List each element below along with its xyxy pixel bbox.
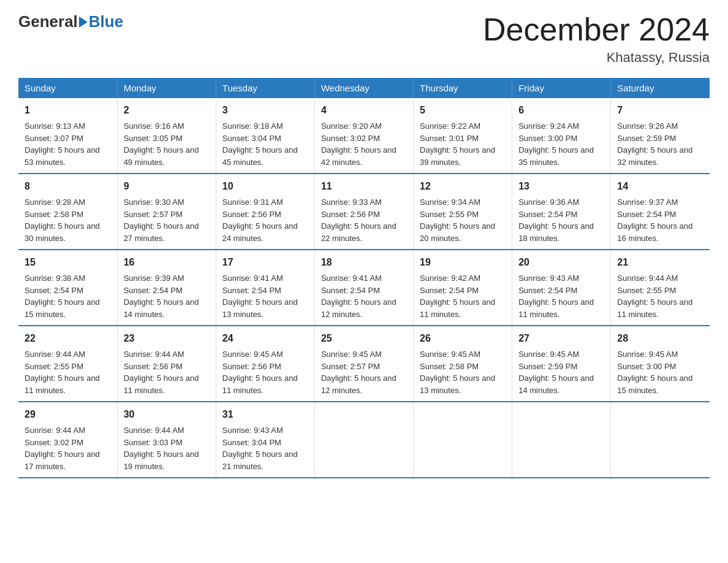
- day-number: 21: [617, 255, 703, 270]
- calendar-day-cell: 18Sunrise: 9:41 AMSunset: 2:54 PMDayligh…: [314, 250, 413, 326]
- calendar-day-cell: 24Sunrise: 9:45 AMSunset: 2:56 PMDayligh…: [216, 326, 314, 402]
- day-number: 29: [25, 407, 111, 422]
- day-number: 7: [617, 103, 703, 118]
- calendar-week-row: 15Sunrise: 9:38 AMSunset: 2:54 PMDayligh…: [18, 250, 710, 326]
- day-number: 15: [25, 255, 111, 270]
- calendar-day-cell: 12Sunrise: 9:34 AMSunset: 2:55 PMDayligh…: [414, 174, 512, 250]
- day-info: Sunrise: 9:38 AMSunset: 2:54 PMDaylight:…: [25, 274, 100, 319]
- calendar-day-cell: 29Sunrise: 9:44 AMSunset: 3:02 PMDayligh…: [18, 402, 117, 478]
- calendar-day-cell: 15Sunrise: 9:38 AMSunset: 2:54 PMDayligh…: [18, 250, 117, 326]
- day-number: 31: [222, 407, 308, 422]
- calendar-day-cell: 31Sunrise: 9:43 AMSunset: 3:04 PMDayligh…: [216, 402, 314, 478]
- header-friday: Friday: [512, 78, 611, 98]
- header-wednesday: Wednesday: [314, 78, 413, 98]
- calendar-day-cell: 25Sunrise: 9:45 AMSunset: 2:57 PMDayligh…: [314, 326, 413, 402]
- calendar-day-cell: 20Sunrise: 9:43 AMSunset: 2:54 PMDayligh…: [512, 250, 611, 326]
- day-info: Sunrise: 9:45 AMSunset: 2:58 PMDaylight:…: [420, 350, 495, 395]
- calendar-day-cell: 26Sunrise: 9:45 AMSunset: 2:58 PMDayligh…: [414, 326, 512, 402]
- calendar-day-cell: 16Sunrise: 9:39 AMSunset: 2:54 PMDayligh…: [117, 250, 216, 326]
- day-info: Sunrise: 9:24 AMSunset: 3:00 PMDaylight:…: [518, 121, 594, 167]
- day-info: Sunrise: 9:13 AMSunset: 3:07 PMDaylight:…: [25, 121, 100, 167]
- calendar-day-cell: 19Sunrise: 9:42 AMSunset: 2:54 PMDayligh…: [414, 250, 512, 326]
- day-number: 13: [518, 179, 604, 194]
- day-info: Sunrise: 9:41 AMSunset: 2:54 PMDaylight:…: [321, 274, 396, 319]
- day-info: Sunrise: 9:44 AMSunset: 2:56 PMDaylight:…: [124, 350, 199, 395]
- day-info: Sunrise: 9:26 AMSunset: 2:59 PMDaylight:…: [617, 121, 692, 167]
- day-number: 14: [617, 179, 703, 194]
- logo-blue-part: Blue: [78, 12, 123, 31]
- calendar-subtitle: Khatassy, Russia: [483, 50, 710, 66]
- day-number: 10: [222, 179, 308, 194]
- day-info: Sunrise: 9:44 AMSunset: 2:55 PMDaylight:…: [617, 274, 692, 319]
- calendar-day-cell: [414, 402, 512, 478]
- day-info: Sunrise: 9:44 AMSunset: 3:02 PMDaylight:…: [25, 426, 100, 471]
- day-number: 6: [518, 103, 604, 118]
- logo-blue-text: Blue: [89, 12, 123, 31]
- header-tuesday: Tuesday: [216, 78, 314, 98]
- day-info: Sunrise: 9:28 AMSunset: 2:58 PMDaylight:…: [25, 197, 100, 243]
- day-number: 18: [321, 255, 407, 270]
- header-sunday: Sunday: [18, 78, 117, 98]
- day-number: 16: [124, 255, 210, 270]
- calendar-day-cell: 22Sunrise: 9:44 AMSunset: 2:55 PMDayligh…: [18, 326, 117, 402]
- day-info: Sunrise: 9:45 AMSunset: 2:57 PMDaylight:…: [321, 350, 396, 395]
- title-area: December 2024 Khatassy, Russia: [483, 12, 710, 66]
- header-saturday: Saturday: [611, 78, 710, 98]
- calendar-week-row: 22Sunrise: 9:44 AMSunset: 2:55 PMDayligh…: [18, 326, 710, 402]
- logo-general-text: General: [18, 12, 78, 31]
- day-number: 11: [321, 179, 407, 194]
- day-info: Sunrise: 9:39 AMSunset: 2:54 PMDaylight:…: [124, 274, 199, 319]
- day-info: Sunrise: 9:43 AMSunset: 2:54 PMDaylight:…: [518, 274, 594, 319]
- day-info: Sunrise: 9:16 AMSunset: 3:05 PMDaylight:…: [124, 121, 199, 167]
- day-number: 19: [420, 255, 506, 270]
- calendar-day-cell: 8Sunrise: 9:28 AMSunset: 2:58 PMDaylight…: [18, 174, 117, 250]
- day-number: 25: [321, 331, 407, 346]
- day-number: 26: [420, 331, 506, 346]
- day-number: 22: [25, 331, 111, 346]
- header-thursday: Thursday: [414, 78, 512, 98]
- day-info: Sunrise: 9:30 AMSunset: 2:57 PMDaylight:…: [124, 197, 199, 243]
- day-number: 23: [124, 331, 210, 346]
- calendar-day-cell: [611, 402, 710, 478]
- day-info: Sunrise: 9:44 AMSunset: 2:55 PMDaylight:…: [25, 350, 100, 395]
- day-info: Sunrise: 9:33 AMSunset: 2:56 PMDaylight:…: [321, 197, 396, 243]
- day-info: Sunrise: 9:22 AMSunset: 3:01 PMDaylight:…: [420, 121, 495, 167]
- calendar-day-cell: 17Sunrise: 9:41 AMSunset: 2:54 PMDayligh…: [216, 250, 314, 326]
- day-info: Sunrise: 9:18 AMSunset: 3:04 PMDaylight:…: [222, 121, 298, 167]
- calendar-day-cell: 21Sunrise: 9:44 AMSunset: 2:55 PMDayligh…: [611, 250, 710, 326]
- calendar-day-cell: 4Sunrise: 9:20 AMSunset: 3:02 PMDaylight…: [314, 98, 413, 174]
- day-number: 2: [124, 103, 210, 118]
- calendar-day-cell: [314, 402, 413, 478]
- day-number: 17: [222, 255, 308, 270]
- calendar-title: December 2024: [483, 12, 710, 47]
- calendar-day-cell: 7Sunrise: 9:26 AMSunset: 2:59 PMDaylight…: [611, 98, 710, 174]
- day-info: Sunrise: 9:37 AMSunset: 2:54 PMDaylight:…: [617, 197, 692, 243]
- day-info: Sunrise: 9:36 AMSunset: 2:54 PMDaylight:…: [518, 197, 594, 243]
- calendar-day-cell: 1Sunrise: 9:13 AMSunset: 3:07 PMDaylight…: [18, 98, 117, 174]
- calendar-day-cell: 28Sunrise: 9:45 AMSunset: 3:00 PMDayligh…: [611, 326, 710, 402]
- header: General Blue December 2024 Khatassy, Rus…: [18, 12, 710, 66]
- calendar-day-cell: 3Sunrise: 9:18 AMSunset: 3:04 PMDaylight…: [216, 98, 314, 174]
- calendar-day-cell: 10Sunrise: 9:31 AMSunset: 2:56 PMDayligh…: [216, 174, 314, 250]
- calendar-day-cell: 2Sunrise: 9:16 AMSunset: 3:05 PMDaylight…: [117, 98, 216, 174]
- day-info: Sunrise: 9:31 AMSunset: 2:56 PMDaylight:…: [222, 197, 298, 243]
- day-info: Sunrise: 9:42 AMSunset: 2:54 PMDaylight:…: [420, 274, 495, 319]
- day-number: 27: [518, 331, 604, 346]
- calendar-day-cell: 11Sunrise: 9:33 AMSunset: 2:56 PMDayligh…: [314, 174, 413, 250]
- logo-arrow-icon: [79, 17, 88, 28]
- day-info: Sunrise: 9:20 AMSunset: 3:02 PMDaylight:…: [321, 121, 396, 167]
- day-number: 24: [222, 331, 308, 346]
- calendar-week-row: 29Sunrise: 9:44 AMSunset: 3:02 PMDayligh…: [18, 402, 710, 478]
- calendar-day-cell: 14Sunrise: 9:37 AMSunset: 2:54 PMDayligh…: [611, 174, 710, 250]
- day-info: Sunrise: 9:44 AMSunset: 3:03 PMDaylight:…: [124, 426, 199, 471]
- day-info: Sunrise: 9:45 AMSunset: 2:56 PMDaylight:…: [222, 350, 298, 395]
- calendar-day-cell: 6Sunrise: 9:24 AMSunset: 3:00 PMDaylight…: [512, 98, 611, 174]
- day-info: Sunrise: 9:34 AMSunset: 2:55 PMDaylight:…: [420, 197, 495, 243]
- day-number: 12: [420, 179, 506, 194]
- calendar-day-cell: 5Sunrise: 9:22 AMSunset: 3:01 PMDaylight…: [414, 98, 512, 174]
- day-info: Sunrise: 9:45 AMSunset: 2:59 PMDaylight:…: [518, 350, 594, 395]
- calendar-day-cell: 9Sunrise: 9:30 AMSunset: 2:57 PMDaylight…: [117, 174, 216, 250]
- day-info: Sunrise: 9:43 AMSunset: 3:04 PMDaylight:…: [222, 426, 298, 471]
- calendar-day-cell: 23Sunrise: 9:44 AMSunset: 2:56 PMDayligh…: [117, 326, 216, 402]
- calendar-day-cell: [512, 402, 611, 478]
